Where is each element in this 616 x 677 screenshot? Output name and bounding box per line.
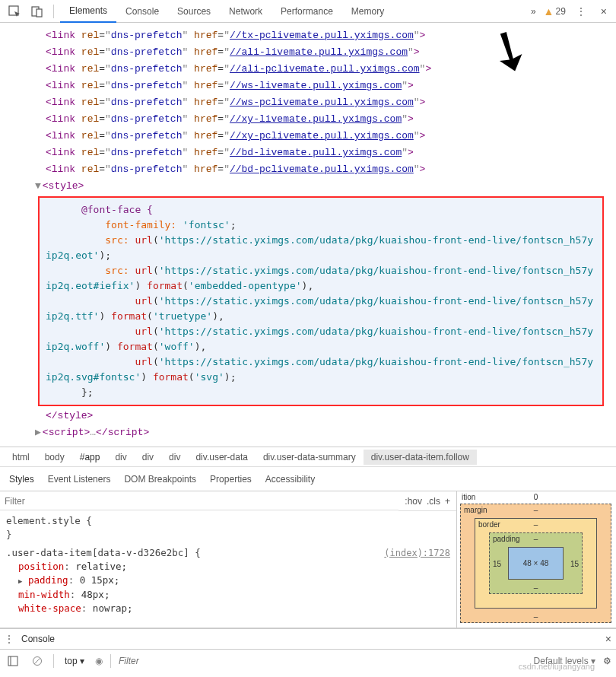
styles-column: :hov .cls + element.style { } (index):17… xyxy=(0,491,456,628)
decl-white-space[interactable]: white-space: nowrap; xyxy=(6,602,450,615)
expand-arrow-icon[interactable]: ▼ xyxy=(35,180,41,192)
rule-source-link[interactable]: (index):1728 xyxy=(384,546,450,560)
device-toggle-icon[interactable] xyxy=(27,2,47,21)
tab-memory[interactable]: Memory xyxy=(342,0,393,23)
crumb-div[interactable]: div xyxy=(135,450,161,465)
dom-node-link[interactable]: <link rel="dns-prefetch" href="//bd-pcli… xyxy=(0,161,616,178)
dom-node-link[interactable]: <link rel="dns-prefetch" href="//ws-pcli… xyxy=(0,94,616,111)
context-selector[interactable]: top ▾ xyxy=(62,654,87,668)
dom-node-link[interactable]: <link rel="dns-prefetch" href="//bd-live… xyxy=(0,145,616,161)
tab-sources[interactable]: Sources xyxy=(168,0,220,23)
decl-padding[interactable]: ▶ padding: 0 15px; xyxy=(6,574,450,588)
styles-tab-dom-breakpoints[interactable]: DOM Breakpoints xyxy=(124,474,196,485)
clear-console-icon[interactable] xyxy=(29,656,46,666)
new-rule-button[interactable]: + xyxy=(445,496,450,507)
dom-node-style[interactable]: ▼<style> xyxy=(0,178,616,195)
live-expression-icon[interactable]: ◉ xyxy=(95,656,103,666)
dom-node-style-close[interactable]: </style> xyxy=(0,408,616,424)
styles-filter-input[interactable] xyxy=(0,493,398,510)
dom-node-link[interactable]: <link rel="dns-prefetch" href="//ali-pcl… xyxy=(0,61,616,78)
element-style-rule[interactable]: element.style { } xyxy=(6,514,450,542)
dom-node-link[interactable]: <link rel="dns-prefetch" href="//tx-pcli… xyxy=(0,27,616,44)
crumb-div[interactable]: div xyxy=(107,450,134,465)
tab-elements[interactable]: Elements xyxy=(60,0,116,23)
console-sep xyxy=(53,654,54,668)
dom-node-link[interactable]: <link rel="dns-prefetch" href="//xy-pcli… xyxy=(0,128,616,145)
chevron-down-icon: ▾ xyxy=(591,656,595,666)
crumb-div-user-data[interactable]: div.user-data xyxy=(188,450,255,465)
gear-icon[interactable]: ⚙ xyxy=(603,656,611,666)
drawer-close-icon[interactable]: × xyxy=(605,633,611,645)
styles-tab-event-listeners[interactable]: Event Listeners xyxy=(48,474,111,485)
chevron-down-icon: ▾ xyxy=(80,656,84,666)
styles-tabs: StylesEvent ListenersDOM BreakpointsProp… xyxy=(0,467,616,491)
hov-cls-bar: :hov .cls + xyxy=(398,491,456,511)
decl-min-width[interactable]: min-width: 48px; xyxy=(6,588,450,602)
close-icon[interactable]: × xyxy=(596,5,611,17)
dom-node-script[interactable]: ▶<script>…</script> xyxy=(0,424,616,441)
svg-rect-2 xyxy=(37,9,42,17)
panel-tabs: ElementsConsoleSourcesNetworkPerformance… xyxy=(60,0,523,23)
crumb-body[interactable]: body xyxy=(37,450,72,465)
dom-node-link[interactable]: <link rel="dns-prefetch" href="//xy-live… xyxy=(0,111,616,128)
rule-user-data-item[interactable]: (index):1728 .user-data-item[data-v-d326… xyxy=(6,546,450,615)
styles-tab-accessibility[interactable]: Accessibility xyxy=(265,474,315,485)
more-tabs-icon[interactable]: » xyxy=(526,6,541,17)
dom-node-link[interactable]: <link rel="dns-prefetch" href="//ws-live… xyxy=(0,78,616,94)
console-toolbar: top ▾ ◉ Default levels ▾ ⚙ xyxy=(0,650,616,672)
tab-console[interactable]: Console xyxy=(116,0,168,23)
toolbar-sep xyxy=(53,5,54,18)
fontface-highlight[interactable]: @font-face { font-family: 'fontsc'; src:… xyxy=(38,196,604,406)
drawer-kebab-icon[interactable]: ⋮ xyxy=(5,634,18,644)
console-sidebar-icon[interactable] xyxy=(5,656,21,666)
crumb-div-user-data-summary[interactable]: div.user-data-summary xyxy=(256,450,364,465)
warning-count: 29 xyxy=(555,6,565,17)
decl-position[interactable]: position: relative; xyxy=(6,560,450,574)
warnings-badge[interactable]: ▲ 29 xyxy=(544,5,566,17)
expand-arrow-icon[interactable]: ▶ xyxy=(35,427,41,438)
tab-performance[interactable]: Performance xyxy=(271,0,342,23)
crumb-html[interactable]: html xyxy=(5,450,37,465)
styles-pane: :hov .cls + element.style { } (index):17… xyxy=(0,491,616,628)
styles-tab-properties[interactable]: Properties xyxy=(210,474,252,485)
box-content-size: 48 × 48 xyxy=(508,547,564,580)
console-sep-2 xyxy=(110,654,111,668)
svg-line-6 xyxy=(34,658,40,664)
box-model[interactable]: ition0 margin – border – padding – 15 15… xyxy=(456,491,616,628)
drawer-tab-console[interactable]: Console xyxy=(18,634,605,644)
crumb-div[interactable]: div xyxy=(161,450,188,465)
devtools-toolbar: ElementsConsoleSourcesNetworkPerformance… xyxy=(0,0,616,23)
styles-tab-styles[interactable]: Styles xyxy=(9,474,34,485)
inspect-icon[interactable] xyxy=(5,2,24,21)
hov-toggle[interactable]: :hov xyxy=(405,496,422,507)
tab-network[interactable]: Network xyxy=(220,0,271,23)
warning-icon: ▲ xyxy=(544,5,554,17)
elements-panel[interactable]: <link rel="dns-prefetch" href="//tx-pcli… xyxy=(0,23,616,447)
console-filter-input[interactable] xyxy=(119,656,256,666)
breadcrumb-bar: htmlbody#appdivdivdivdiv.user-datadiv.us… xyxy=(0,447,616,467)
crumb-div-user-data-item-follow[interactable]: div.user-data-item.follow xyxy=(364,450,477,465)
drawer-header: ⋮ Console × xyxy=(0,628,616,650)
log-levels-selector[interactable]: Default levels ▾ xyxy=(534,656,595,666)
crumb--app[interactable]: #app xyxy=(72,450,108,465)
kebab-icon[interactable]: ⋮ xyxy=(569,6,593,17)
cls-toggle[interactable]: .cls xyxy=(427,496,440,507)
expand-arrow-icon[interactable]: ▶ xyxy=(18,574,22,588)
dom-node-link[interactable]: <link rel="dns-prefetch" href="//ali-liv… xyxy=(0,44,616,61)
svg-rect-3 xyxy=(8,656,17,666)
